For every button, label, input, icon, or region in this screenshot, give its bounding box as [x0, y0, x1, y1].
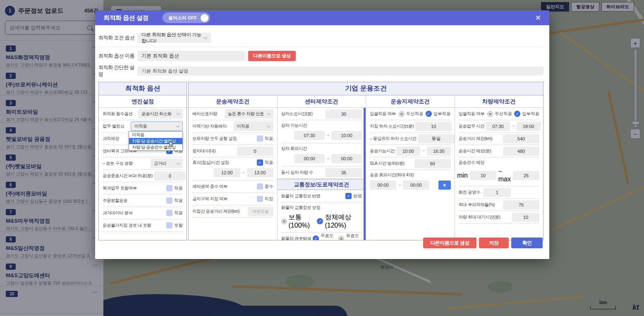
tilde-separator: ~ [327, 157, 329, 161]
rotation-label: 회전 운영수 [459, 190, 480, 195]
count-min-input[interactable]: 10 [470, 171, 496, 180]
pref-vehicle-select[interactable]: 높은 톤수 차량 선호 [225, 109, 273, 119]
load-avoid-to-input[interactable]: 00:00 [331, 154, 362, 163]
tilde-separator: ~ [242, 171, 245, 175]
route-tendency-value: 근거리 [154, 161, 166, 166]
work-balance-select[interactable]: 미적용 [131, 121, 183, 131]
checkbox-checked-icon[interactable] [345, 193, 352, 199]
optimization-settings-modal: 최적화 옵션 설정 클러스터 OFF ✕ 최적화 조건 옵션 다른 최적화 옵션… [95, 10, 549, 259]
chevron-down-icon [204, 36, 207, 39]
confirm-button[interactable]: 확인 [511, 238, 543, 248]
transport-constraints-title: 운송제약조건 [189, 95, 277, 108]
checkbox-unchecked-icon[interactable] [166, 185, 172, 191]
dropdown-option[interactable]: 차량 당 운송건수 밸런싱 [129, 144, 182, 150]
extra-vehicles-input[interactable]: 0 [237, 147, 273, 156]
chevron-down-icon [177, 112, 180, 115]
load-avoid-from-input[interactable]: 00:00 [294, 154, 325, 163]
checkbox-unchecked-icon[interactable] [166, 197, 172, 204]
point-distance-input[interactable]: 제한없음 [248, 207, 273, 216]
cluster-toggle[interactable]: 클러스터 OFF [163, 12, 210, 23]
history-analysis-value: 적용 [174, 210, 183, 216]
pref-vehicle-label: 배차선호차량 [192, 111, 217, 117]
order-split-value: 적용 [174, 198, 183, 204]
vehicle-constraints-title: 차량제약조건 [455, 95, 543, 108]
dest-window-from-input[interactable]: 10:00 [396, 147, 420, 156]
dest-batch-label: 일괄적용 여부 [370, 111, 395, 117]
footer-create-as-button[interactable]: 다른이름으로 생성 [423, 238, 476, 248]
center-constraints-column: 센터제약조건 상차소요시간(분) 30 상차 가능시간 07:30~10:00 … [278, 95, 366, 240]
max-wait-input[interactable]: 10 [512, 213, 539, 222]
dest-window-to-input[interactable]: 16:30 [427, 147, 451, 156]
checkbox-unchecked-icon[interactable] [166, 222, 172, 228]
veh-distance-input[interactable]: 540 [503, 134, 539, 143]
end-buffer-input[interactable]: 0 [154, 171, 186, 181]
radio-unselected-icon[interactable] [399, 111, 405, 117]
delivery-count-label: 운송건수 제한 [459, 160, 484, 166]
radio-checked-icon[interactable] [426, 111, 432, 117]
radio-checked-icon[interactable] [317, 218, 323, 224]
simul-vehicles-input[interactable]: 35 [326, 168, 362, 177]
checkbox-unchecked-icon[interactable] [257, 196, 263, 202]
veh-batch-label: 일괄적용 여부 [459, 111, 484, 117]
checkbox-unchecked-icon[interactable] [257, 183, 263, 190]
checkbox-unchecked-icon[interactable] [166, 210, 172, 216]
history-analysis-label: 과거데이터 분석 [103, 210, 132, 216]
option-name-input[interactable]: 기본 최적화 옵션 [137, 51, 246, 61]
order-split-label: 주문분할운송 [103, 198, 127, 204]
traffic-adjust-option2: 정체예상(120%) [325, 213, 362, 229]
radio-unselected-icon[interactable] [487, 111, 493, 117]
add-avoid-time-button[interactable]: + [438, 181, 451, 190]
count-max-input[interactable]: 25 [513, 171, 539, 180]
work-time-to-input[interactable]: 18:00 [517, 122, 541, 131]
close-icon[interactable]: ✕ [535, 14, 541, 22]
same-location-input[interactable]: 동일 [418, 134, 455, 143]
all-vehicles-label: 보유차량 모두 운행 설정 [192, 136, 237, 142]
save-button[interactable]: 저장 [479, 238, 509, 248]
veh-batch-option2: 일부적용 [522, 111, 539, 117]
rest-from-input[interactable]: 12:00 [214, 168, 240, 177]
unload-time-input[interactable]: 10 [415, 122, 452, 131]
traffic-reflect-label: 화물차 교통정보 반영 [281, 193, 321, 199]
dest-avoid-from-input[interactable]: 00:00 [370, 181, 396, 190]
rest-time-value: 적용 [265, 160, 273, 166]
transport-constraints-column: 운송제약조건 배차선호차량 높은 톤수 차량 선호 이력기반 자동배차 미적용 … [189, 95, 278, 240]
radio-unselected-icon[interactable] [281, 219, 287, 224]
veh-time-label: 운송시간 제한(분) [459, 148, 491, 154]
load-time-input[interactable]: 30 [326, 109, 362, 119]
rotation-input[interactable]: 1 [484, 188, 511, 197]
create-as-new-button[interactable]: 다른이름으로 생성 [248, 51, 296, 61]
opt-func-select[interactable]: 운송시간 최소화 [138, 109, 183, 119]
dropdown-option[interactable]: 미적용 [129, 132, 182, 138]
destination-constraints-title: 운송지제약조건 [366, 95, 455, 108]
dropdown-option-highlighted[interactable]: 차량 당 운송시간 밸런싱 [129, 138, 182, 144]
radio-checked-icon[interactable] [514, 111, 520, 117]
checkbox-unchecked-icon[interactable] [257, 135, 263, 142]
load-window-to-input[interactable]: 10:00 [331, 131, 362, 140]
sla-range-input[interactable]: 60 [414, 159, 451, 168]
rest-to-input[interactable]: 13:00 [247, 168, 273, 177]
extra-vehicles-label: 증차대수(대) [192, 148, 215, 154]
veh-time-input[interactable]: 480 [503, 147, 539, 156]
opt-func-value: 운송시간 최소화 [141, 111, 171, 117]
load-window-from-input[interactable]: 07:30 [294, 131, 325, 140]
unload-time-label: 지점 하차 소요시간(±분) [370, 124, 414, 129]
chevron-down-icon [267, 124, 270, 127]
radio-unselected-icon[interactable] [338, 236, 344, 240]
column-scrollbar[interactable] [364, 108, 366, 240]
contract-zone-value: 준수 [265, 184, 273, 190]
work-balance-label: 업무 밸런싱 [103, 124, 124, 129]
route-search-label: 화물차 경로탐색 [281, 236, 311, 240]
route-tendency-select[interactable]: 근거리 [151, 159, 183, 168]
chevron-down-icon [267, 112, 270, 115]
volume-rate-input[interactable]: 75 [503, 200, 539, 209]
dest-avoid-to-input[interactable]: 00:00 [403, 181, 429, 190]
forbidden-zone-label: 금지구역 지정 여부 [192, 196, 227, 202]
auto-dispatch-select[interactable]: 미적용 [234, 121, 273, 131]
dest-batch-option2: 일부적용 [433, 111, 451, 117]
work-time-from-input[interactable]: 07:30 [486, 122, 510, 131]
checkbox-checked-icon[interactable] [257, 159, 263, 166]
radio-checked-icon[interactable] [313, 235, 319, 240]
traffic-road-section-title: 교통정보/도로제약조건 [278, 179, 366, 190]
option-desc-input[interactable]: 기본 최적화 옵션 설명 [137, 67, 543, 76]
condition-option-select[interactable]: 다른 최적화 옵션 선택이 가능합니다! [137, 33, 211, 43]
